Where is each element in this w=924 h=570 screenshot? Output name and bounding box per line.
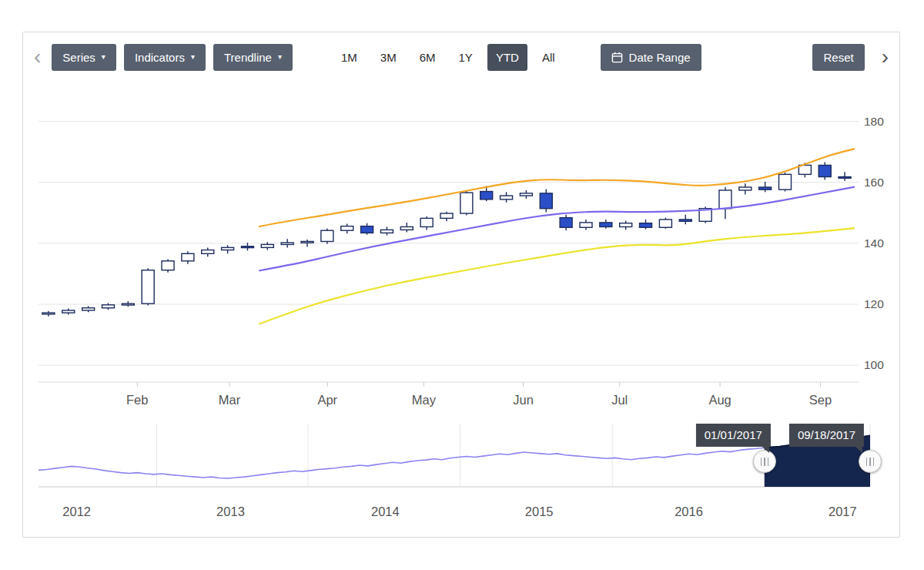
period-3m-button[interactable]: 3M: [372, 44, 405, 71]
candle-body-bullish: [222, 247, 234, 250]
dropdown-button-group: Series▾Indicators▾Trendline▾: [52, 44, 293, 71]
candle-body-bearish: [241, 246, 253, 248]
range-end-tooltip: 09/18/2017: [789, 424, 864, 447]
candle-body-bullish: [261, 244, 273, 247]
chevron-right-icon[interactable]: ›: [879, 46, 892, 68]
candle-body-bullish: [102, 305, 114, 308]
range-end-handle[interactable]: [859, 450, 882, 473]
candle-body-bearish: [361, 226, 373, 233]
candle-body-bullish: [659, 220, 671, 227]
candle-body-bullish: [301, 241, 313, 243]
candle-body-bullish: [341, 226, 353, 231]
candle-body-bullish: [122, 303, 134, 305]
candle-body-bullish: [400, 226, 413, 230]
dropdown-label: Trendline: [224, 51, 272, 64]
year-axis-label: 2013: [216, 505, 245, 518]
candle-body-bearish: [540, 193, 552, 209]
dropdown-series-button[interactable]: Series▾: [52, 44, 116, 71]
candle-body-bearish: [560, 218, 572, 228]
x-axis-month-label: Jun: [513, 393, 534, 407]
candle-body-bullish: [142, 270, 154, 304]
period-1y-button[interactable]: 1Y: [450, 44, 481, 71]
reset-button[interactable]: Reset: [812, 44, 864, 71]
x-axis-month-label: Mar: [219, 393, 241, 407]
candle-body-bullish: [580, 223, 592, 227]
y-axis-label: 100: [864, 358, 884, 371]
period-all-button[interactable]: All: [534, 44, 564, 71]
chevron-left-icon[interactable]: ‹: [31, 46, 44, 68]
x-axis-month-label: Jul: [611, 393, 628, 407]
candle-body-bullish: [420, 218, 433, 226]
dropdown-trendline-button[interactable]: Trendline▾: [213, 44, 293, 71]
period-6m-button[interactable]: 6M: [411, 44, 444, 71]
caret-down-icon: ▾: [102, 53, 105, 61]
calendar-icon: [611, 52, 623, 63]
period-button-group: 1M3M6M1YYTDAll: [333, 44, 564, 71]
candle-body-bullish: [42, 313, 55, 314]
year-axis-label: 2014: [371, 505, 400, 518]
date-range-button[interactable]: Date Range: [601, 44, 701, 71]
year-axis-label: 2017: [829, 505, 857, 518]
y-axis-label: 160: [864, 176, 884, 189]
date-range-label: Date Range: [629, 51, 691, 64]
year-axis-label: 2016: [675, 505, 703, 518]
y-axis-label: 180: [864, 115, 884, 128]
y-axis-label: 140: [864, 236, 884, 250]
x-axis-month-label: Apr: [317, 393, 337, 407]
candle-body-bearish: [480, 192, 493, 200]
candle-body-bearish: [759, 187, 772, 189]
candle-body-bearish: [600, 223, 612, 227]
x-axis-month-label: Feb: [126, 393, 148, 407]
candle-body-bearish: [679, 220, 691, 221]
x-axis-month-label: May: [412, 393, 437, 407]
candle-body-bullish: [202, 250, 214, 254]
dropdown-label: Indicators: [135, 51, 185, 64]
candles: [42, 163, 851, 317]
period-1m-button[interactable]: 1M: [333, 44, 366, 71]
range-start-tooltip: 01/01/2017: [696, 424, 771, 447]
caret-down-icon: ▾: [191, 53, 195, 61]
candle-body-bearish: [640, 223, 652, 228]
lower-band-line: [259, 228, 855, 324]
year-axis-label: 2015: [525, 505, 554, 518]
candle-body-bullish: [182, 253, 194, 261]
candle-body-bullish: [739, 187, 752, 190]
price-candlestick-chart[interactable]: 180160140120100FebMarAprMayJunJulAugSep: [23, 75, 901, 422]
caret-down-icon: ▾: [278, 53, 282, 61]
year-axis-label: 2012: [62, 505, 91, 518]
range-start-handle[interactable]: [753, 450, 776, 473]
x-axis-month-label: Aug: [708, 393, 731, 407]
dropdown-indicators-button[interactable]: Indicators▾: [124, 44, 206, 71]
range-navigator: 201220132014201520162017 01/01/2017 09/1…: [23, 422, 901, 538]
candle-body-bullish: [520, 193, 532, 196]
candle-body-bearish: [819, 166, 831, 177]
stock-chart-panel: ‹ Series▾Indicators▾Trendline▾ 1M3M6M1YY…: [22, 32, 900, 538]
dropdown-label: Series: [62, 51, 95, 64]
candle-body-bullish: [162, 261, 174, 270]
y-axis-label: 120: [864, 297, 884, 310]
candle-body-bullish: [281, 243, 293, 244]
candle-body-bullish: [62, 310, 75, 313]
candle-body-bullish: [500, 196, 513, 200]
candle-body-bullish: [380, 230, 393, 233]
candle-body-bullish: [719, 190, 732, 209]
chart-toolbar: ‹ Series▾Indicators▾Trendline▾ 1M3M6M1YY…: [31, 42, 892, 72]
grid-lines: [38, 122, 859, 366]
x-axis-month-label: Sep: [809, 393, 832, 407]
period-ytd-button[interactable]: YTD: [487, 44, 527, 71]
candle-body-bullish: [321, 230, 333, 241]
candle-body-bullish: [460, 193, 473, 213]
candle-body-bullish: [82, 308, 95, 310]
candle-body-bullish: [620, 223, 632, 227]
candle-body-bearish: [839, 177, 851, 179]
candle-body-bullish: [779, 174, 792, 189]
candle-body-bullish: [440, 213, 453, 218]
